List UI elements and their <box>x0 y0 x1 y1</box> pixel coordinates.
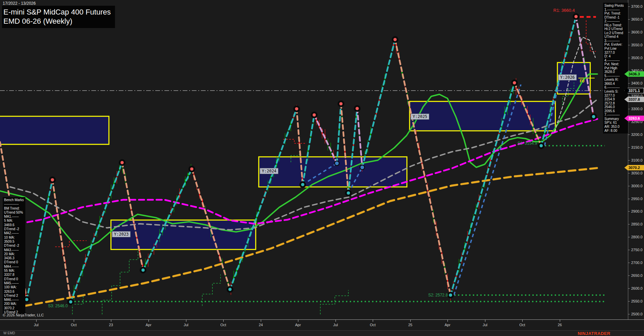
bench-marks-line: MA3.------ <box>4 248 24 252</box>
price-marker-tag: 3263.6 <box>624 116 644 121</box>
swing-pivots-line: Pvt Low <box>604 47 627 51</box>
time-tick <box>373 320 373 322</box>
year-range-box[interactable] <box>259 157 407 187</box>
price-tick-label: 3200.0 <box>631 133 643 137</box>
swing-pivots-line: AF: 8.00 <box>604 129 627 133</box>
price-tick <box>628 135 630 135</box>
price-tick <box>628 6 630 7</box>
swing-pivots-line: 4.----------- <box>604 58 627 63</box>
swing-pivots-line: 2546.0 <box>604 105 627 109</box>
swing-pivots-line: DTrend -1 <box>604 16 627 20</box>
swing-high-dot <box>339 102 343 105</box>
swing-high-dot <box>513 81 516 85</box>
bench-marks-line: ------------- <box>4 202 24 206</box>
time-axis[interactable]: Jul Oct 23 Apr Jul Oct 24 Apr Jul Oct 25… <box>0 319 644 330</box>
price-tick-label: 2900.0 <box>631 209 643 213</box>
chart-canvas[interactable] <box>0 0 644 319</box>
bench-marks-line: MA1.------ <box>4 215 24 219</box>
price-tick-label: 3650.0 <box>631 17 643 21</box>
bench-marks-line: 55 MA: <box>4 269 24 273</box>
price-tick-label: 3700.0 <box>631 4 643 8</box>
evolving-pivot-dot <box>361 166 364 169</box>
swing-low-dot <box>141 268 145 272</box>
price-tick <box>628 173 630 173</box>
swing-high-dot <box>574 15 578 18</box>
bench-marks-line: DTrend 0 <box>4 260 24 264</box>
time-tick-label: Oct <box>220 323 226 327</box>
bench-marks-line: 3070.2 <box>4 306 24 310</box>
price-tick-label: 2750.0 <box>631 248 643 252</box>
price-tick-label: 3100.0 <box>631 158 643 162</box>
swing-pivots-line: Pvt High <box>604 66 627 70</box>
price-tick <box>628 211 630 212</box>
price-tick <box>628 301 630 302</box>
swing-low-dot <box>25 298 28 301</box>
resistance-r1-label: R1: 3660.4 <box>553 8 575 13</box>
swing-pivots-line: Summary <box>604 117 627 121</box>
swing-high-dot <box>120 161 124 164</box>
price-tick <box>628 288 630 289</box>
status-bar: W EMD NINJATRADER <box>0 330 644 336</box>
swing-low-dot <box>228 288 232 291</box>
price-tick <box>628 32 630 32</box>
swing-pivots-line: HiLo Trend: <box>604 23 627 27</box>
swing-pivots-line: 1.----------- <box>604 8 627 12</box>
support-s3-label: S3: 2546.0 <box>48 304 68 308</box>
chart-title: E-mini S&P MidCap 400 Futures EMD 06-26 … <box>2 6 115 28</box>
year-box-label-2023[interactable]: Y:2023 <box>112 231 131 237</box>
bench-marks-line: DTrend 0 <box>4 277 24 281</box>
price-tick <box>628 314 630 314</box>
bench-marks-line: 3337.8 <box>4 273 24 277</box>
swing-pivots-line: 7.----------- <box>604 113 627 117</box>
time-tick <box>186 320 186 322</box>
price-tick <box>628 58 630 58</box>
tab-w-emd[interactable]: W EMD <box>3 331 15 335</box>
swing-high-dot <box>295 107 298 111</box>
swing-pivots-panel: Swing Pivots1.-----------Pvt. Trend:DTre… <box>603 3 628 134</box>
swing-pivots-line: UTrend 4 <box>604 35 627 39</box>
swing-high-dot <box>51 178 54 182</box>
price-tick <box>628 122 630 122</box>
time-tick <box>223 320 224 322</box>
time-tick-label: 25 <box>408 323 412 327</box>
year-box-label-2025[interactable]: Y:2025 <box>411 114 429 120</box>
time-tick <box>560 320 560 322</box>
swing-pivots-line: AR: 353.0 <box>604 125 627 129</box>
price-tick-label: 2600.0 <box>631 286 643 290</box>
bench-marks-line: 100 MA: <box>4 285 24 289</box>
swing-leg <box>362 40 395 167</box>
trail-stop-steps <box>102 248 138 314</box>
swing-pivots-line: 3660.4 <box>604 82 627 86</box>
price-tick <box>628 109 630 109</box>
time-tick <box>111 320 111 322</box>
price-tick-label: 2950.0 <box>631 197 643 201</box>
bench-marks-line: UTrend 2 <box>4 294 24 298</box>
price-tick <box>628 160 630 161</box>
year-range-box[interactable] <box>0 116 109 144</box>
swing-low-dot <box>347 191 350 195</box>
price-tick <box>628 147 630 148</box>
swing-pivots-line: D: 4 <box>604 54 627 58</box>
price-tick-label: 3000.0 <box>631 184 643 188</box>
bench-marks-line: 5 MA: <box>4 219 24 223</box>
price-tick <box>628 275 630 276</box>
price-tick <box>628 237 630 237</box>
swing-pivots-line: SP's: 61 <box>604 121 627 125</box>
year-box-label-2026[interactable]: Y:2026 <box>558 74 577 80</box>
price-tick-label: 3600.0 <box>631 30 643 34</box>
price-tick <box>628 263 630 263</box>
swing-leg <box>337 104 341 163</box>
price-tick-label: 2800.0 <box>631 235 643 239</box>
price-tick-label: 3500.0 <box>631 56 643 60</box>
swing-high-dot <box>355 107 359 110</box>
time-tick-label: Apr <box>145 323 151 327</box>
swing-pivots-line: Pvt. Trend: <box>604 11 627 16</box>
bench-marks-line: Bench Marks <box>4 198 24 202</box>
date-range: 17/2022 - 13/2026 <box>3 1 36 6</box>
swing-leg <box>27 180 52 299</box>
year-box-label-2024[interactable]: Y:2024 <box>260 168 278 174</box>
bench-marks-line: UTrend 50% <box>4 211 24 215</box>
swing-pivots-line: Hi:2 UTrend <box>604 27 627 31</box>
price-axis[interactable]: 3700.0 3650.0 3600.0 3550.0 3500.0 3450.… <box>628 0 644 319</box>
swing-pivots-line: Pvt. Next: <box>604 62 627 66</box>
